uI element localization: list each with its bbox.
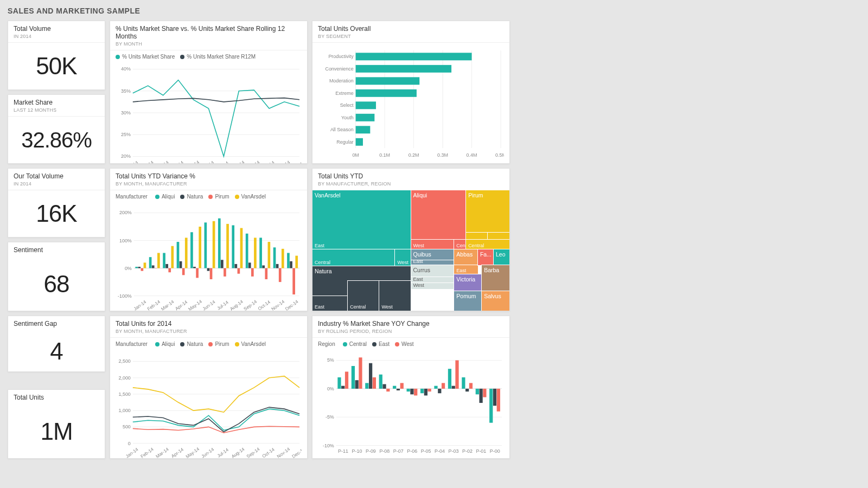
svg-rect-80 [196,268,199,278]
svg-text:All Season: All Season [330,127,354,132]
chart-tile-industry-yoy[interactable]: Industry % Market Share YOY Change BY RO… [312,316,510,459]
tile-subtitle: BY SEGMENT [318,34,504,39]
svg-rect-79 [193,267,196,268]
svg-rect-166 [393,386,396,389]
tile-subtitle: LAST 12 MONTHS [14,107,99,113]
svg-text:P-09: P-09 [366,449,376,454]
svg-rect-60 [141,268,144,271]
tile-title: Our Total Volume [14,172,99,180]
tile-subtitle: BY MONTH, MANUFACTURER [116,181,302,187]
tile-title: Sentiment [14,246,99,254]
svg-rect-44 [356,114,375,121]
svg-rect-59 [138,267,141,268]
kpi-tile-total-units[interactable]: Total Units 1M [8,389,105,459]
tile-title: Total Units YTD Variance % [116,172,302,180]
svg-rect-190 [476,389,479,394]
svg-rect-113 [287,253,290,268]
tile-title: Industry % Market Share YOY Change [318,320,504,328]
chart-tile-ytd-variance[interactable]: Total Units YTD Variance % BY MONTH, MAN… [110,168,308,311]
svg-rect-186 [462,377,465,389]
svg-text:P-03: P-03 [449,449,459,454]
svg-text:Aug-14: Aug-14 [231,159,246,164]
svg-text:Jul-14: Jul-14 [216,299,229,311]
svg-text:Nov-14: Nov-14 [270,299,285,311]
svg-text:P-05: P-05 [421,449,431,454]
kpi-tile-market-share[interactable]: Market Share LAST 12 MONTHS 32.86% [8,94,105,164]
svg-text:0.4M: 0.4M [467,152,477,158]
svg-rect-42 [356,101,376,109]
svg-text:Oct-14: Oct-14 [261,447,276,459]
svg-rect-159 [369,363,372,389]
kpi-tile-sentiment-gap[interactable]: Sentiment Gap 4 [8,316,105,372]
kpi-tile-total-volume[interactable]: Total Volume IN 2014 50K [8,21,105,90]
svg-rect-192 [483,389,486,397]
svg-text:100%: 100% [119,238,132,243]
chart-tile-units-segment[interactable]: Total Units Overall BY SEGMENT 0M0.1M0.2… [312,21,510,164]
page-title: SALES AND MARKETING SAMPLE [8,7,860,15]
svg-rect-167 [397,389,400,390]
svg-rect-90 [224,268,226,277]
svg-text:Jun-14: Jun-14 [200,446,215,459]
svg-rect-183 [452,386,455,389]
svg-rect-178 [434,386,437,389]
svg-rect-196 [497,389,500,412]
kpi-tile-our-total-volume[interactable]: Our Total Volume IN 2014 16K [8,168,105,237]
svg-rect-81 [199,227,201,268]
svg-text:Apr-14: Apr-14 [174,299,189,311]
svg-text:May-14: May-14 [187,299,203,311]
svg-text:Sep-14: Sep-14 [242,299,258,311]
svg-text:200%: 200% [119,210,132,215]
svg-text:Convenience: Convenience [325,66,353,72]
svg-rect-116 [295,256,298,268]
tile-title: Total Units for 2014 [116,320,302,328]
tile-title: Total Volume [14,25,99,33]
svg-rect-63 [149,257,152,268]
svg-text:-100%: -100% [118,293,132,299]
tile-title: Sentiment Gap [14,320,99,328]
svg-text:Apr-14: Apr-14 [170,446,185,459]
chart-tile-market-share-line[interactable]: % Units Market Share vs. % Units Market … [110,21,308,164]
svg-text:Mar-14: Mar-14 [155,159,170,164]
svg-text:P-02: P-02 [462,449,473,454]
dashboard-board: Total Volume IN 2014 50K % Units Market … [8,21,518,459]
svg-text:Oct-14: Oct-14 [257,299,271,311]
svg-text:Oct-14: Oct-14 [261,159,276,164]
svg-rect-158 [365,383,368,388]
svg-text:Sep-14: Sep-14 [246,159,261,164]
svg-rect-152 [345,371,348,388]
svg-text:Jun-14: Jun-14 [200,159,215,164]
svg-rect-99 [248,262,251,268]
svg-rect-179 [438,389,441,393]
svg-rect-187 [465,389,469,391]
svg-text:500: 500 [123,424,131,429]
svg-text:P-07: P-07 [393,449,404,454]
tile-title: Market Share [14,99,99,106]
svg-text:0%: 0% [327,386,334,391]
svg-text:Feb-14: Feb-14 [139,159,155,164]
svg-rect-86 [213,221,215,268]
svg-rect-110 [279,268,282,282]
svg-rect-48 [356,138,363,146]
svg-text:0.2M: 0.2M [409,152,419,158]
kpi-value: 16K [8,190,105,237]
svg-rect-172 [414,389,417,396]
chart-tile-ytd-treemap[interactable]: Total Units YTD BY MANUFACTURER, REGION … [312,168,510,311]
chart-tile-units-2014[interactable]: Total Units for 2014 BY MONTH, MANUFACTU… [110,316,308,459]
svg-text:1,000: 1,000 [118,408,130,413]
svg-rect-170 [407,389,410,391]
svg-rect-98 [246,234,248,268]
svg-rect-91 [226,224,229,268]
svg-text:Sep-14: Sep-14 [246,446,261,459]
svg-rect-89 [221,260,224,268]
svg-rect-76 [185,237,188,268]
svg-text:Regular: Regular [336,139,353,145]
svg-rect-101 [254,237,257,268]
svg-rect-114 [290,261,292,268]
svg-text:Feb-14: Feb-14 [146,299,161,311]
kpi-tile-sentiment[interactable]: Sentiment 68 [8,242,105,311]
svg-text:Dec-14: Dec-14 [291,446,302,459]
svg-rect-75 [182,268,185,275]
tile-subtitle: BY MANUFACTURER, REGION [318,181,504,187]
svg-text:Feb-14: Feb-14 [139,446,155,459]
svg-text:Moderation: Moderation [329,78,354,84]
